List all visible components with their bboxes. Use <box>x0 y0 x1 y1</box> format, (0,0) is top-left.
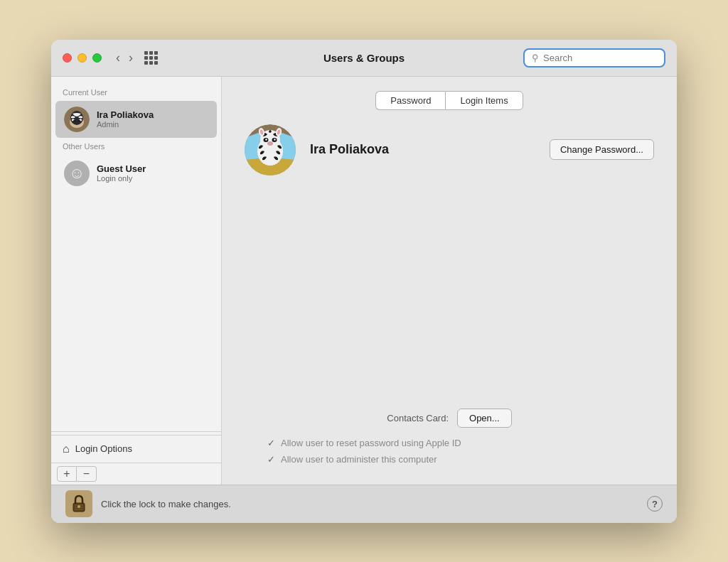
svg-point-3 <box>73 119 76 121</box>
search-input[interactable] <box>543 53 657 63</box>
forward-button[interactable]: › <box>126 49 136 67</box>
remove-user-button[interactable]: − <box>77 466 97 482</box>
grid-dot <box>149 56 153 60</box>
home-icon: ⌂ <box>63 443 70 455</box>
avatar-ira <box>64 107 90 132</box>
grid-dot <box>149 61 153 65</box>
tab-password[interactable]: Password <box>375 91 445 110</box>
nav-buttons: ‹ › <box>113 49 136 67</box>
contacts-card-label: Contacts Card: <box>387 413 449 423</box>
checkbox-row-2: ✓ Allow user to administer this computer <box>239 454 660 465</box>
grid-dot <box>154 61 158 65</box>
current-user-label: Current User <box>51 85 221 99</box>
grid-dot <box>149 51 153 55</box>
lock-icon <box>71 495 87 513</box>
checkbox-label-1: Allow user to reset password using Apple… <box>281 438 461 448</box>
avatar-guest: ☺ <box>64 161 90 186</box>
tab-login-items[interactable]: Login Items <box>445 91 523 110</box>
traffic-lights <box>63 53 102 63</box>
grid-dot <box>144 56 148 60</box>
login-options-label: Login Options <box>75 443 132 454</box>
user-role-guest: Login only <box>97 174 146 183</box>
user-name-ira: Ira Poliakova <box>97 109 154 120</box>
change-password-button[interactable]: Change Password... <box>550 139 654 160</box>
checkbox-label-2: Allow user to administer this computer <box>281 454 437 465</box>
main-content: Current User <box>51 77 677 485</box>
sidebar: Current User <box>51 77 222 485</box>
lock-button[interactable] <box>65 490 92 517</box>
user-role-ira: Admin <box>97 120 154 129</box>
guest-person-icon: ☺ <box>69 164 85 183</box>
main-window: ‹ › Users & Groups ⚲ Current User <box>51 40 677 523</box>
large-avatar-ira <box>245 124 296 175</box>
other-users-label: Other Users <box>51 139 221 153</box>
svg-point-11 <box>274 139 275 140</box>
user-info-ira: Ira Poliakova Admin <box>97 109 154 129</box>
sidebar-toolbar: + − <box>51 463 221 485</box>
svg-point-4 <box>77 119 80 121</box>
user-display-name: Ira Poliakova <box>310 142 535 157</box>
grid-apps-icon[interactable] <box>144 51 158 65</box>
detail-panel: Password Login Items <box>222 77 677 485</box>
open-contacts-button[interactable]: Open... <box>457 409 512 428</box>
zebra-avatar-large <box>245 124 296 175</box>
tabs-row: Password Login Items <box>239 91 660 110</box>
sidebar-scroll: Current User <box>51 77 221 428</box>
grid-dot <box>144 61 148 65</box>
grid-dot <box>144 51 148 55</box>
svg-point-12 <box>267 141 273 146</box>
grid-dot <box>154 56 158 60</box>
minimize-button[interactable] <box>77 53 87 63</box>
titlebar: ‹ › Users & Groups ⚲ <box>51 40 677 77</box>
svg-point-10 <box>265 139 267 140</box>
sidebar-item-guest[interactable]: ☺ Guest User Login only <box>55 155 217 192</box>
search-icon: ⚲ <box>532 53 539 63</box>
lock-helper-text: Click the lock to make changes. <box>101 499 231 509</box>
checkmark-icon-2: ✓ <box>267 454 275 465</box>
add-user-button[interactable]: + <box>57 466 77 482</box>
maximize-button[interactable] <box>92 53 102 63</box>
user-name-guest: Guest User <box>97 163 146 174</box>
search-box[interactable]: ⚲ <box>523 48 665 67</box>
spacer <box>239 190 660 409</box>
zebra-avatar-small <box>64 107 90 132</box>
checkmark-icon-1: ✓ <box>267 438 275 448</box>
grid-dot <box>154 51 158 55</box>
login-options-row[interactable]: ⌂ Login Options <box>51 435 221 463</box>
sidebar-divider <box>51 431 221 432</box>
window-title: Users & Groups <box>323 52 405 64</box>
contacts-row: Contacts Card: Open... <box>239 409 660 428</box>
svg-point-21 <box>77 505 80 508</box>
sidebar-item-ira[interactable]: Ira Poliakova Admin <box>55 101 217 138</box>
close-button[interactable] <box>63 53 72 63</box>
bottom-bar: Click the lock to make changes. ? <box>51 485 677 523</box>
user-header: Ira Poliakova Change Password... <box>239 124 660 175</box>
help-button[interactable]: ? <box>647 496 663 512</box>
user-info-guest: Guest User Login only <box>97 163 146 183</box>
checkbox-row-1: ✓ Allow user to reset password using App… <box>239 438 660 448</box>
back-button[interactable]: ‹ <box>113 49 123 67</box>
